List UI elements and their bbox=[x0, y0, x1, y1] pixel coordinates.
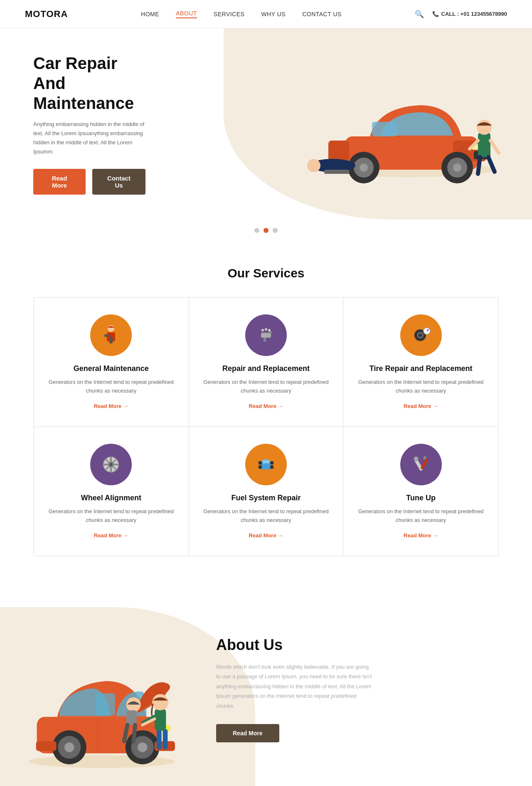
about-title: About Us bbox=[216, 636, 374, 654]
about-image-area bbox=[0, 603, 191, 775]
hero-illustration bbox=[291, 41, 507, 199]
main-nav: HOME ABOUT SERVICES WHY US CONTACT US bbox=[141, 10, 342, 18]
svg-rect-26 bbox=[109, 337, 113, 344]
svg-point-83 bbox=[152, 694, 168, 710]
fuel-link[interactable]: Read More → bbox=[249, 532, 283, 539]
svg-rect-81 bbox=[163, 729, 168, 749]
tire-title: Tire Repair and Replacement bbox=[356, 364, 485, 373]
svg-rect-27 bbox=[104, 334, 110, 337]
tuneup-link[interactable]: Read More → bbox=[404, 532, 438, 539]
service-card-repair: Repair and Replacement Generators on the… bbox=[189, 297, 344, 427]
about-read-more-button[interactable]: Read More bbox=[216, 724, 279, 742]
service-card-general-maintenance: General Maintenance Generators on the In… bbox=[34, 297, 189, 427]
svg-point-73 bbox=[64, 743, 74, 752]
svg-rect-82 bbox=[155, 709, 166, 731]
header: MOTORA HOME ABOUT SERVICES WHY US CONTAC… bbox=[0, 0, 532, 28]
svg-line-89 bbox=[133, 725, 135, 742]
nav-services[interactable]: SERVICES bbox=[214, 11, 245, 17]
search-icon[interactable]: 🔍 bbox=[415, 10, 424, 19]
svg-point-32 bbox=[261, 329, 264, 331]
general-maintenance-link[interactable]: Read More → bbox=[94, 403, 128, 409]
about-content: About Us Words which don't look even sli… bbox=[191, 620, 407, 759]
svg-point-38 bbox=[419, 334, 422, 337]
nav-contact[interactable]: CONTACT US bbox=[302, 11, 342, 17]
svg-rect-80 bbox=[157, 729, 162, 749]
fuel-desc: Generators on the Internet tend to repea… bbox=[202, 507, 331, 525]
svg-point-45 bbox=[109, 463, 113, 466]
nav-why-us[interactable]: WHY US bbox=[261, 11, 286, 17]
dot-1[interactable] bbox=[254, 228, 259, 233]
hero-content: Car Repair And Maintenance Anything emba… bbox=[0, 28, 179, 220]
about-description: Words which don't look even slightly bel… bbox=[216, 662, 374, 711]
svg-point-18 bbox=[477, 120, 492, 135]
about-car-svg bbox=[12, 603, 191, 774]
nav-about[interactable]: ABOUT bbox=[176, 10, 197, 18]
hero-dots bbox=[0, 220, 532, 245]
svg-rect-17 bbox=[478, 132, 490, 157]
hero-read-more-button[interactable]: Read More bbox=[33, 169, 86, 195]
svg-line-21 bbox=[478, 157, 480, 174]
hero-buttons: Read More Contact Us bbox=[33, 169, 145, 195]
svg-rect-87 bbox=[126, 710, 137, 725]
service-card-wheel: Wheel Alignment Generators on the Intern… bbox=[34, 427, 189, 556]
svg-point-33 bbox=[265, 328, 267, 331]
svg-line-20 bbox=[490, 141, 499, 153]
svg-rect-7 bbox=[328, 141, 349, 161]
svg-rect-61 bbox=[263, 460, 269, 463]
call-button[interactable]: 📞 CALL : +01 123455678990 bbox=[432, 11, 507, 17]
service-card-fuel: Fuel System Repair Generators on the Int… bbox=[189, 427, 344, 556]
hero-section: Car Repair And Maintenance Anything emba… bbox=[0, 28, 532, 220]
svg-rect-60 bbox=[270, 465, 273, 469]
svg-point-64 bbox=[414, 457, 418, 461]
services-section: Our Services General Maintenance Generat… bbox=[0, 245, 532, 581]
logo: MOTORA bbox=[25, 9, 68, 20]
svg-point-76 bbox=[138, 743, 147, 752]
svg-rect-69 bbox=[96, 693, 115, 715]
tuneup-icon bbox=[400, 444, 442, 485]
call-label: CALL : +01 123455678990 bbox=[441, 11, 507, 17]
general-maintenance-icon bbox=[90, 314, 132, 356]
service-card-tire: Tire Repair and Replacement Generators o… bbox=[343, 297, 498, 427]
about-section: About Us Words which don't look even sli… bbox=[0, 581, 532, 786]
service-card-tuneup: Tune Up Generators on the Internet tend … bbox=[343, 427, 498, 556]
svg-rect-2 bbox=[372, 122, 397, 136]
svg-rect-30 bbox=[268, 331, 272, 334]
hero-contact-button[interactable]: Contact Us bbox=[92, 169, 145, 195]
tuneup-desc: Generators on the Internet tend to repea… bbox=[356, 507, 485, 525]
nav-home[interactable]: HOME bbox=[141, 11, 159, 17]
tuneup-title: Tune Up bbox=[356, 494, 485, 502]
general-maintenance-title: General Maintenance bbox=[47, 364, 176, 373]
wheel-icon bbox=[90, 444, 132, 485]
svg-point-10 bbox=[360, 163, 368, 172]
repair-icon bbox=[245, 314, 287, 356]
repair-title: Repair and Replacement bbox=[202, 364, 331, 373]
svg-point-62 bbox=[409, 452, 433, 477]
wheel-link[interactable]: Read More → bbox=[94, 532, 128, 539]
svg-rect-31 bbox=[264, 338, 266, 342]
header-right: 🔍 📞 CALL : +01 123455678990 bbox=[415, 10, 507, 19]
tire-icon bbox=[400, 314, 442, 356]
fuel-title: Fuel System Repair bbox=[202, 494, 331, 502]
svg-point-13 bbox=[453, 163, 461, 172]
tire-link[interactable]: Read More → bbox=[404, 403, 438, 409]
hero-description: Anything embarrassing hidden in the midd… bbox=[33, 120, 145, 156]
svg-rect-58 bbox=[270, 461, 273, 465]
services-grid: General Maintenance Generators on the In… bbox=[33, 297, 499, 556]
svg-rect-78 bbox=[36, 742, 57, 751]
svg-rect-59 bbox=[259, 465, 262, 469]
svg-point-34 bbox=[268, 329, 271, 331]
hero-title: Car Repair And Maintenance bbox=[33, 53, 145, 113]
car-mechanic-svg bbox=[291, 41, 507, 199]
svg-rect-16 bbox=[324, 170, 349, 174]
wheel-title: Wheel Alignment bbox=[47, 494, 176, 502]
fuel-icon bbox=[245, 444, 287, 485]
repair-desc: Generators on the Internet tend to repea… bbox=[202, 378, 331, 395]
svg-rect-57 bbox=[259, 461, 262, 465]
dot-3[interactable] bbox=[273, 228, 278, 233]
tire-desc: Generators on the Internet tend to repea… bbox=[356, 378, 485, 395]
dot-2[interactable] bbox=[264, 228, 268, 233]
general-maintenance-desc: Generators on the Internet tend to repea… bbox=[47, 378, 176, 395]
repair-link[interactable]: Read More → bbox=[249, 403, 283, 409]
services-title: Our Services bbox=[33, 266, 499, 280]
phone-icon: 📞 bbox=[432, 11, 439, 17]
